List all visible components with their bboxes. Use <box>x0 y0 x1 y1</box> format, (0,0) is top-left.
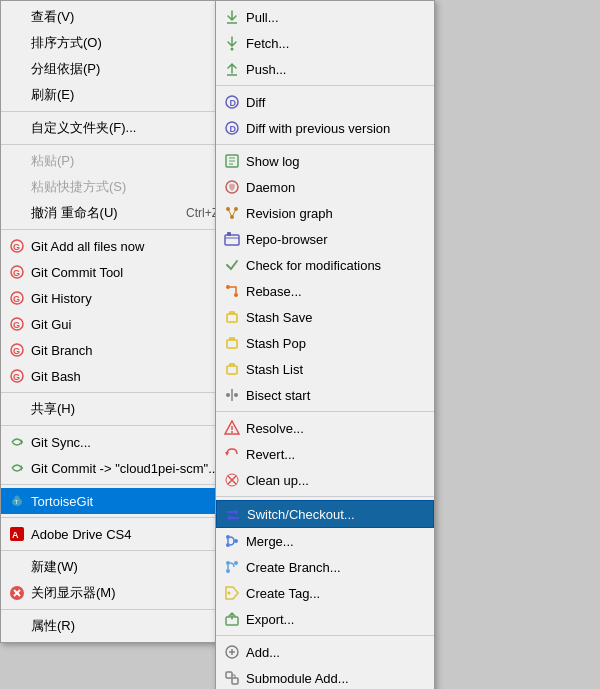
right-menu-item-merge[interactable]: Merge... <box>216 528 434 554</box>
right-menu-item-fetch[interactable]: Fetch... <box>216 30 434 56</box>
resolve-icon <box>222 418 242 438</box>
menu-separator <box>1 517 239 518</box>
right-menu-item-revgraph[interactable]: Revision graph <box>216 200 434 226</box>
empty-icon <box>7 616 27 636</box>
left-menu-item-tortoisegit[interactable]: TTortoiseGit► <box>1 488 239 514</box>
right-menu-item-checkmod[interactable]: Check for modifications <box>216 252 434 278</box>
left-menu-item-gitgui[interactable]: GGit Gui <box>1 311 239 337</box>
menu-item-label: Bisect start <box>246 388 414 403</box>
svg-text:G: G <box>13 346 20 356</box>
svg-text:G: G <box>13 320 20 330</box>
menu-item-label: Git Branch <box>31 343 219 358</box>
right-menu-item-stashpop[interactable]: Stash Pop <box>216 330 434 356</box>
git-icon: G <box>7 366 27 386</box>
svg-point-61 <box>228 592 231 595</box>
right-menu-item-resolve[interactable]: Resolve... <box>216 415 434 441</box>
menu-separator <box>216 635 434 636</box>
svg-text:G: G <box>13 372 20 382</box>
svg-point-41 <box>226 285 230 289</box>
left-menu-item-sortby[interactable]: 排序方式(O)► <box>1 30 239 56</box>
left-menu-item-gitcommitcloud[interactable]: Git Commit -> "cloud1pei-scm"... <box>1 455 239 481</box>
right-menu-item-diffprev[interactable]: DDiff with previous version <box>216 115 434 141</box>
menu-item-label: TortoiseGit <box>31 494 219 509</box>
left-menu-item-view[interactable]: 查看(V)► <box>1 4 239 30</box>
menu-item-label: Daemon <box>246 180 414 195</box>
right-menu-item-cleanup[interactable]: Clean up... <box>216 467 434 493</box>
revgraph-icon <box>222 203 242 223</box>
left-menu-item-pasteshortcut[interactable]: 粘贴快捷方式(S) <box>1 174 239 200</box>
svg-point-47 <box>226 393 230 397</box>
right-menu-item-stashlist[interactable]: Stash List <box>216 356 434 382</box>
right-menu-item-add[interactable]: Add... <box>216 639 434 665</box>
menu-item-label: 属性(R) <box>31 617 219 635</box>
menu-separator <box>1 229 239 230</box>
svg-point-48 <box>234 393 238 397</box>
stash-icon <box>222 359 242 379</box>
left-menu-item-share[interactable]: 共享(H)► <box>1 396 239 422</box>
left-menu-item-refresh[interactable]: 刷新(E) <box>1 82 239 108</box>
bisect-icon <box>222 385 242 405</box>
left-menu-item-gitbranch[interactable]: GGit Branch► <box>1 337 239 363</box>
context-menu-container: 查看(V)►排序方式(O)►分组依据(P)►刷新(E)自定义文件夹(F)...粘… <box>0 0 240 643</box>
right-menu-item-stashsave[interactable]: Stash Save <box>216 304 434 330</box>
right-menu-item-switchcheckout[interactable]: Switch/Checkout... <box>216 500 434 528</box>
menu-item-label: Export... <box>246 612 414 627</box>
right-menu-item-createbranch[interactable]: Create Branch... <box>216 554 434 580</box>
left-menu-item-adobedrive[interactable]: AAdobe Drive CS4► <box>1 521 239 547</box>
left-menu-item-newitem[interactable]: 新建(W)► <box>1 554 239 580</box>
menu-item-label: Pull... <box>246 10 414 25</box>
right-menu-item-bisect[interactable]: Bisect start <box>216 382 434 408</box>
empty-icon <box>7 151 27 171</box>
right-menu-item-daemon[interactable]: Daemon <box>216 174 434 200</box>
close-icon <box>7 583 27 603</box>
right-menu-item-push[interactable]: Push... <box>216 56 434 82</box>
left-menu-item-customfolder[interactable]: 自定义文件夹(F)... <box>1 115 239 141</box>
tortoise-icon: T <box>7 491 27 511</box>
menu-item-label: Repo-browser <box>246 232 414 247</box>
right-menu-item-revert[interactable]: Revert... <box>216 441 434 467</box>
daemon-icon <box>222 177 242 197</box>
push-icon <box>222 59 242 79</box>
left-menu-item-gitbash[interactable]: GGit Bash <box>1 363 239 389</box>
menu-separator <box>1 550 239 551</box>
svg-text:G: G <box>13 268 20 278</box>
menu-separator <box>1 392 239 393</box>
right-menu-item-repobrowser[interactable]: Repo-browser <box>216 226 434 252</box>
menu-item-label: Git Gui <box>31 317 219 332</box>
left-menu-item-undo[interactable]: 撤消 重命名(U)Ctrl+Z <box>1 200 239 226</box>
right-menu-item-createtag[interactable]: Create Tag... <box>216 580 434 606</box>
stash-icon <box>222 307 242 327</box>
svg-marker-52 <box>225 452 229 456</box>
svg-rect-45 <box>227 366 237 374</box>
left-menu-item-gitaddall[interactable]: GGit Add all files now <box>1 233 239 259</box>
menu-separator <box>1 425 239 426</box>
git-icon: G <box>7 288 27 308</box>
right-menu-item-diff[interactable]: DDiff <box>216 89 434 115</box>
left-menu-item-gitsync[interactable]: Git Sync... <box>1 429 239 455</box>
right-menu-item-pull[interactable]: Pull... <box>216 4 434 30</box>
left-menu-item-githistory[interactable]: GGit History <box>1 285 239 311</box>
left-menu-item-properties[interactable]: 属性(R) <box>1 613 239 639</box>
left-menu-item-closedisplay[interactable]: 关闭显示器(M) <box>1 580 239 606</box>
git-icon: G <box>7 262 27 282</box>
menu-item-label: Rebase... <box>246 284 414 299</box>
stash-icon <box>222 333 242 353</box>
left-menu-item-gitcommit[interactable]: GGit Commit Tool <box>1 259 239 285</box>
left-menu-item-paste[interactable]: 粘贴(P) <box>1 148 239 174</box>
tag-icon <box>222 583 242 603</box>
empty-icon <box>7 33 27 53</box>
left-menu-item-groupby[interactable]: 分组依据(P)► <box>1 56 239 82</box>
menu-item-label: 撤消 重命名(U) <box>31 204 166 222</box>
menu-item-label: Revision graph <box>246 206 414 221</box>
cleanup-icon <box>222 470 242 490</box>
svg-marker-13 <box>21 465 23 471</box>
menu-separator <box>216 85 434 86</box>
svg-point-59 <box>226 569 230 573</box>
svg-rect-44 <box>227 340 237 348</box>
menu-item-label: 自定义文件夹(F)... <box>31 119 219 137</box>
right-menu-item-rebase[interactable]: Rebase... <box>216 278 434 304</box>
right-menu-item-export[interactable]: Export... <box>216 606 434 632</box>
right-menu-item-submoduleadd[interactable]: Submodule Add... <box>216 665 434 689</box>
git-icon: G <box>7 340 27 360</box>
right-menu-item-showlog[interactable]: Show log <box>216 148 434 174</box>
